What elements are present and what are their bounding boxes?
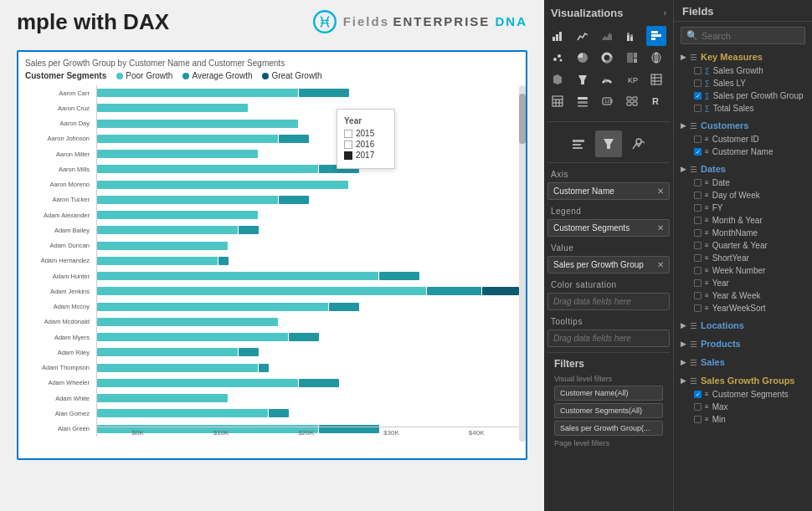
- viz-icon-matrix[interactable]: [547, 91, 568, 111]
- bar-segment: [97, 272, 378, 280]
- field-item[interactable]: ≡Day of Week: [677, 189, 809, 202]
- viz-icon-hbar[interactable]: [646, 26, 666, 46]
- viz-icon-scatter[interactable]: [547, 48, 568, 68]
- field-checkbox[interactable]: [694, 192, 702, 199]
- bars-area[interactable]: $0K$10K$20K$30K$40K: [96, 85, 519, 437]
- viz-icon-bar[interactable]: [547, 26, 568, 46]
- field-group-expand-icon[interactable]: ▶: [681, 376, 686, 385]
- field-item[interactable]: ≡Customer ID: [677, 133, 809, 146]
- year-checkbox-2016[interactable]: [344, 141, 352, 149]
- field-group-header[interactable]: ▶☰Sales: [677, 355, 809, 370]
- field-item[interactable]: ≡ShortYear: [677, 252, 809, 264]
- field-item[interactable]: ≡Week Number: [677, 264, 809, 277]
- field-checkbox[interactable]: [694, 105, 702, 112]
- year-checkbox-2015[interactable]: [344, 130, 352, 138]
- analytics-icon-btn[interactable]: [625, 130, 652, 157]
- field-item[interactable]: ✓≡Customer Segments: [677, 388, 809, 401]
- viz-icon-area[interactable]: [597, 26, 617, 46]
- axis-field-remove[interactable]: ✕: [657, 187, 664, 196]
- search-box[interactable]: 🔍: [681, 27, 805, 44]
- viz-icon-table[interactable]: [646, 69, 666, 89]
- axis-field-box[interactable]: Customer Name ✕: [547, 182, 670, 200]
- field-checkbox[interactable]: [694, 267, 702, 274]
- format-icon-btn[interactable]: [565, 130, 592, 157]
- viz-icon-donut[interactable]: [597, 48, 617, 68]
- legend-section: Legend Customer Segments ✕: [547, 205, 670, 238]
- viz-icon-r[interactable]: R: [646, 91, 666, 111]
- viz-icon-line[interactable]: [573, 26, 593, 46]
- filter-chip-sales[interactable]: Sales per Growth Group(...: [554, 421, 663, 436]
- viz-icon-card[interactable]: 123: [597, 91, 617, 111]
- legend-field-box[interactable]: Customer Segments ✕: [547, 219, 670, 237]
- field-checkbox[interactable]: ✓: [694, 148, 702, 156]
- field-item[interactable]: ≡Max: [677, 401, 809, 413]
- field-item[interactable]: ∑Sales LY: [677, 77, 809, 89]
- field-checkbox[interactable]: ✓: [694, 92, 702, 100]
- field-checkbox[interactable]: [694, 304, 702, 312]
- field-checkbox[interactable]: [694, 67, 702, 74]
- viz-icon-filled-map[interactable]: [547, 69, 568, 89]
- year-item-2017[interactable]: 2017: [344, 151, 388, 160]
- field-checkbox[interactable]: [694, 229, 702, 237]
- field-item[interactable]: ≡Quarter & Year: [677, 239, 809, 252]
- field-group-expand-icon[interactable]: ▶: [681, 165, 686, 173]
- field-group-header[interactable]: ▶☰Dates: [677, 161, 809, 176]
- year-checkbox-2017[interactable]: [344, 151, 352, 160]
- field-group-expand-icon[interactable]: ▶: [681, 340, 686, 348]
- field-checkbox[interactable]: [694, 204, 702, 212]
- viz-expand-icon[interactable]: ›: [664, 8, 666, 18]
- viz-icon-kpi[interactable]: KPI: [622, 69, 642, 89]
- year-item-2015[interactable]: 2015: [344, 129, 388, 138]
- field-item[interactable]: ≡YearWeekSort: [677, 302, 809, 314]
- viz-icon-stacked[interactable]: [622, 26, 642, 46]
- field-group-header[interactable]: ▶☰Sales Growth Groups: [677, 373, 809, 388]
- legend-field-remove[interactable]: ✕: [657, 223, 664, 233]
- year-item-2016[interactable]: 2016: [344, 140, 388, 149]
- field-item[interactable]: ≡Date: [677, 176, 809, 189]
- viz-icon-map[interactable]: [646, 48, 666, 68]
- color-sat-drop[interactable]: Drag data fields here: [547, 293, 670, 310]
- viz-icon-pie[interactable]: [573, 48, 593, 68]
- field-checkbox[interactable]: [694, 79, 702, 87]
- filter-icon-btn[interactable]: [595, 130, 622, 157]
- field-group-header[interactable]: ▶☰Customers: [677, 118, 809, 133]
- field-checkbox[interactable]: [694, 217, 702, 224]
- field-item[interactable]: ≡MonthName: [677, 227, 809, 239]
- search-input[interactable]: [702, 31, 799, 41]
- field-checkbox[interactable]: [694, 292, 702, 299]
- field-group-header[interactable]: ▶☰Products: [677, 336, 809, 351]
- field-item[interactable]: ∑Sales Growth: [677, 64, 809, 77]
- filter-chip-customer-name[interactable]: Customer Name(All): [554, 386, 663, 401]
- field-checkbox[interactable]: [694, 403, 702, 411]
- field-group-expand-icon[interactable]: ▶: [681, 121, 686, 130]
- field-checkbox[interactable]: [694, 242, 702, 249]
- field-item[interactable]: ✓∑Sales per Growth Group: [677, 89, 809, 102]
- field-item[interactable]: ∑Total Sales: [677, 102, 809, 115]
- field-item[interactable]: ≡Month & Year: [677, 214, 809, 227]
- field-group-expand-icon[interactable]: ▶: [681, 321, 686, 330]
- field-checkbox[interactable]: [694, 135, 702, 143]
- field-checkbox[interactable]: [694, 416, 702, 423]
- field-group-expand-icon[interactable]: ▶: [681, 53, 686, 61]
- field-checkbox[interactable]: [694, 179, 702, 187]
- field-checkbox[interactable]: [694, 279, 702, 287]
- field-checkbox[interactable]: [694, 254, 702, 262]
- field-item[interactable]: ✓≡Customer Name: [677, 146, 809, 158]
- viz-icon-multi-card[interactable]: [622, 91, 642, 111]
- viz-icon-treemap[interactable]: [622, 48, 642, 68]
- tooltips-drop[interactable]: Drag data fields here: [547, 330, 670, 347]
- value-field-remove[interactable]: ✕: [657, 260, 664, 269]
- field-group-header[interactable]: ▶☰Locations: [677, 318, 809, 333]
- field-item[interactable]: ≡Min: [677, 413, 809, 426]
- field-group-expand-icon[interactable]: ▶: [681, 358, 686, 366]
- field-item[interactable]: ≡Year & Week: [677, 289, 809, 302]
- field-group-header[interactable]: ▶☰Key Measures: [677, 49, 809, 64]
- viz-icon-slicer[interactable]: [573, 91, 593, 111]
- value-field-box[interactable]: Sales per Growth Group ✕: [547, 256, 670, 273]
- field-item[interactable]: ≡Year: [677, 277, 809, 289]
- filter-chip-customer-segments[interactable]: Customer Segments(All): [554, 403, 663, 418]
- viz-icon-gauge[interactable]: [597, 69, 617, 89]
- field-checkbox[interactable]: ✓: [694, 391, 702, 398]
- viz-icon-funnel[interactable]: [573, 69, 593, 89]
- field-item[interactable]: ≡FY: [677, 202, 809, 214]
